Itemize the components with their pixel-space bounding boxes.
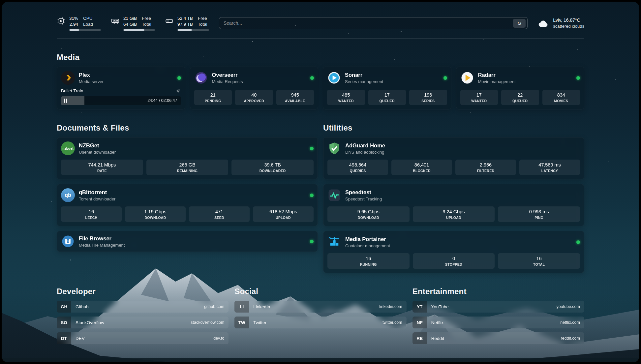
app-name: Overseerr — [212, 72, 243, 78]
bookmark-github[interactable]: GH Github github.com — [57, 301, 229, 313]
bookmark-url: dev.to — [213, 336, 224, 341]
app-name: AdGuard Home — [345, 142, 385, 149]
stat-label: AVAILABLE — [278, 99, 313, 103]
cpu-usage-bar-fill — [69, 29, 79, 31]
stat-label: PING — [499, 216, 579, 220]
stat-label: QUEUED — [370, 99, 405, 103]
bookmark-abbr: DT — [57, 332, 71, 344]
status-dot — [576, 76, 580, 80]
plex-card[interactable]: Plex Media server Bullet Train — [57, 67, 185, 109]
qbittorrent-card[interactable]: qb qBittorrent Torrent downloader 16 LEE… — [57, 184, 318, 226]
search-provider-button[interactable]: G — [513, 19, 526, 28]
bookmark-url: linkedin.com — [379, 304, 402, 309]
stat-value: 16 — [329, 256, 408, 261]
section-title-media: Media — [57, 53, 584, 62]
memory-free-label: Free — [142, 15, 151, 21]
stat-label: STOPPED — [414, 262, 494, 266]
cpu-load-value: 2.94 — [70, 21, 78, 27]
stat-box: 16 LEECH — [61, 206, 122, 222]
stat-value: 16 — [62, 209, 120, 214]
radarr-icon — [460, 71, 474, 85]
speedtest-icon — [327, 188, 341, 202]
section-title-utilities: Utilities — [323, 123, 584, 133]
app-subtitle: Series management — [345, 79, 383, 84]
speedtest-card[interactable]: Speedtest Speedtest Tracking 9.65 Gbps D… — [323, 184, 584, 226]
bookmark-stackoverflow[interactable]: SO StackOverflow stackoverflow.com — [57, 317, 229, 328]
bookmark-reddit[interactable]: RE Reddit reddit.com — [412, 332, 584, 344]
memory-total-value: 64 GiB — [123, 21, 137, 27]
overseerr-card[interactable]: Overseerr Media Requests 21 PENDING 40 A… — [190, 67, 319, 109]
stars-decoration — [2, 2, 2, 2]
bookmark-abbr: NF — [412, 317, 427, 328]
qbittorrent-icon: qb — [61, 188, 75, 202]
stat-value: 744.21 Mbps — [62, 162, 142, 167]
nzbget-card[interactable]: nzbget NZBGet Usenet downloader 744.21 M… — [57, 137, 318, 179]
sonarr-card[interactable]: Sonarr Series management 485 WANTED 17 Q… — [323, 67, 451, 109]
bookmark-youtube[interactable]: YT YouTube youtube.com — [412, 301, 584, 313]
stat-box: 945 AVAILABLE — [276, 90, 314, 105]
stat-box: 86,401 BLOCKED — [391, 160, 452, 175]
sonarr-icon — [327, 71, 341, 85]
bookmark-netflix[interactable]: NF Netflix netflix.com — [412, 317, 584, 328]
bookmark-url: twitter.com — [382, 320, 402, 325]
bookmark-url: youtube.com — [556, 304, 580, 309]
portainer-card[interactable]: Media Portainer Container management 16 … — [323, 231, 584, 273]
app-subtitle: Speedtest Tracking — [345, 197, 382, 201]
media-grid: Plex Media server Bullet Train — [57, 67, 584, 109]
dashboard-content: 31% 2.94 CPU Load — [2, 2, 639, 362]
bookmark-dev[interactable]: DT DEV dev.to — [57, 332, 229, 344]
dashboard-screen: 31% 2.94 CPU Load — [2, 2, 639, 362]
disk-usage-bar — [177, 29, 209, 31]
bookmark-abbr: SO — [57, 317, 71, 328]
stat-box: 485 WANTED — [327, 90, 365, 105]
disk-total-label: Total — [198, 21, 207, 27]
search-input[interactable] — [224, 20, 510, 26]
memory-widget: 21 GiB 64 GiB Free Total — [111, 15, 155, 31]
nzbget-icon-text: nzbget — [62, 147, 73, 150]
app-name: File Browser — [79, 235, 125, 242]
gear-icon[interactable] — [175, 88, 181, 94]
stat-value: 9.65 Gbps — [329, 209, 408, 214]
adguard-card[interactable]: AdGuard Home DNS and adblocking 498,564 … — [323, 137, 584, 179]
disk-usage-bar-fill — [177, 29, 192, 31]
stat-value: 17 — [462, 92, 497, 98]
stat-value: 618.52 Mbps — [254, 209, 312, 214]
status-dot — [310, 76, 314, 80]
bookmarks-entertainment: Entertainment YT YouTube youtube.com NF … — [412, 287, 584, 348]
stat-value: 471 — [190, 209, 248, 214]
disk-free-label: Free — [198, 15, 207, 21]
now-playing-title: Bullet Train — [61, 88, 83, 93]
bookmark-url: netflix.com — [560, 320, 580, 325]
stat-value: 17 — [370, 92, 405, 98]
portainer-icon — [327, 235, 341, 249]
status-dot — [177, 76, 181, 80]
app-subtitle: DNS and adblocking — [345, 150, 385, 155]
stat-label: UPLOAD — [254, 216, 312, 220]
search-bar: G — [219, 17, 528, 29]
stat-box: 17 QUEUED — [368, 90, 406, 105]
app-subtitle: Movie management — [478, 79, 516, 84]
stat-box: 2,956 FILTERED — [455, 160, 516, 175]
memory-usage-bar-fill — [123, 29, 144, 31]
weather-location: Lviv, 16.87°C — [553, 17, 584, 23]
bookmarks-social: Social LI LinkedIn linkedin.com TW Twitt… — [234, 287, 406, 332]
app-subtitle: Media server — [79, 79, 104, 84]
player-time: 24:44 / 02:06:47 — [147, 98, 177, 103]
stat-label: DOWNLOADED — [233, 169, 312, 173]
cloud-icon — [537, 18, 549, 28]
app-name: NZBGet — [79, 142, 116, 149]
app-name: Radarr — [478, 72, 516, 78]
stat-box: 16 RUNNING — [327, 253, 410, 269]
stat-value: 2,956 — [457, 162, 515, 167]
stat-box: 471 SEED — [189, 206, 250, 222]
app-name: Sonarr — [345, 72, 383, 78]
bookmark-url: stackoverflow.com — [191, 320, 224, 325]
bookmark-twitter[interactable]: TW Twitter twitter.com — [234, 317, 406, 328]
filebrowser-card[interactable]: File Browser Media File Management — [57, 231, 318, 252]
radarr-card[interactable]: Radarr Movie management 17 WANTED 22 QUE… — [456, 67, 585, 109]
stat-label: WANTED — [462, 99, 497, 103]
qbittorrent-icon-text: qb — [65, 192, 71, 198]
stat-box: 0 STOPPED — [413, 253, 495, 269]
documents-column: Documents & Files nzbget NZBGet Usenet d… — [57, 109, 318, 257]
bookmark-linkedin[interactable]: LI LinkedIn linkedin.com — [234, 301, 406, 313]
